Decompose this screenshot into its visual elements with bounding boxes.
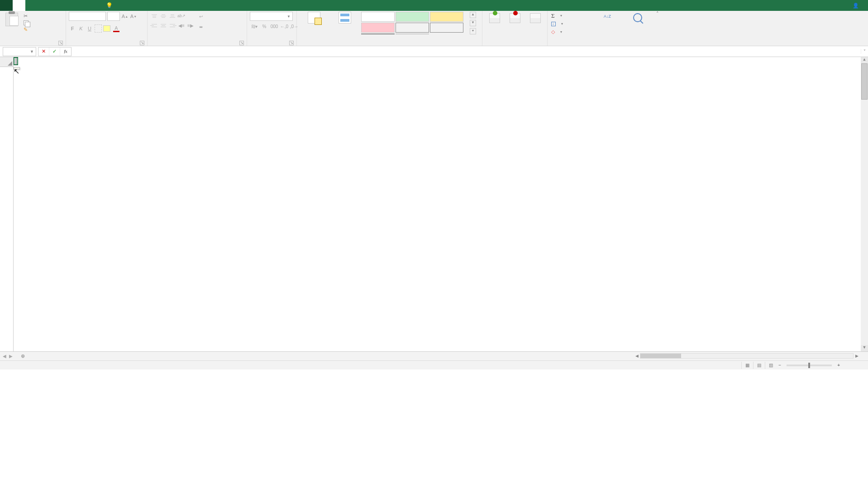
style-berechnung[interactable] — [430, 23, 463, 33]
wrap-text-button[interactable]: ↩ — [198, 12, 205, 21]
font-color-button[interactable]: A — [112, 25, 121, 32]
ribbon-tab-ueberpruefen[interactable] — [76, 0, 89, 11]
style-schlecht[interactable] — [361, 23, 395, 33]
ribbon-tab-ansicht[interactable] — [89, 0, 101, 11]
group-label-alignment: ↘ — [150, 38, 244, 46]
dialog-launcher-icon[interactable]: ↘ — [140, 41, 144, 45]
style-eingabe[interactable] — [361, 34, 395, 34]
hscroll-thumb[interactable] — [640, 354, 681, 358]
ribbon-tab-formeln[interactable] — [51, 0, 63, 11]
increase-indent-button[interactable]: ≡▶ — [186, 21, 195, 29]
scroll-thumb[interactable] — [861, 63, 868, 100]
cut-button[interactable]: ✂ — [23, 13, 31, 19]
sort-icon — [604, 13, 614, 23]
zoom-in-button[interactable]: + — [835, 363, 842, 368]
share-button[interactable]: 👤 — [846, 0, 868, 11]
vertical-scrollbar[interactable]: ▲ ▼ — [861, 57, 868, 351]
find-select-button[interactable] — [625, 12, 651, 24]
style-neutral[interactable] — [430, 12, 463, 22]
align-bottom-button[interactable] — [168, 12, 176, 20]
bold-button[interactable]: F — [69, 24, 76, 33]
format-painter-button[interactable]: ✎ — [23, 26, 31, 33]
zoom-out-button[interactable]: − — [777, 363, 783, 368]
merge-center-button[interactable]: ⬌ — [198, 22, 205, 31]
fill-button[interactable]: ▾ — [550, 20, 594, 28]
tab-datei[interactable] — [0, 0, 13, 11]
orientation-button[interactable]: ab↗ — [177, 12, 186, 20]
normal-view-button[interactable]: ▦ — [741, 362, 753, 369]
enter-formula-button[interactable]: ✓ — [49, 48, 60, 56]
ribbon-tab-daten[interactable] — [63, 0, 76, 11]
expand-formula-bar-button[interactable]: ˅ — [861, 49, 868, 54]
ribbon-tab-seitenlayout[interactable] — [38, 0, 51, 11]
style-ausgabe[interactable] — [396, 23, 429, 33]
clear-button[interactable]: ◇▾ — [550, 28, 594, 36]
fill-color-button[interactable] — [103, 24, 110, 33]
insert-function-button[interactable]: fx — [60, 48, 71, 56]
underline-button[interactable]: U — [86, 24, 93, 33]
name-box[interactable]: ▼ — [3, 47, 36, 56]
formula-input[interactable] — [72, 47, 861, 56]
group-label-cells — [485, 38, 544, 46]
scroll-left-button[interactable]: ◀ — [634, 354, 640, 358]
italic-button[interactable]: K — [77, 24, 85, 33]
autosum-button[interactable]: Σ▾ — [550, 12, 594, 19]
new-sheet-button[interactable]: ⊕ — [18, 353, 27, 360]
comma-format-button[interactable]: 000 — [270, 22, 279, 30]
clipboard-icon — [5, 13, 18, 26]
page-break-view-button[interactable]: ▧ — [765, 362, 777, 369]
zoom-slider[interactable] — [787, 364, 832, 366]
percent-format-button[interactable]: % — [260, 22, 269, 30]
scroll-right-button[interactable]: ▶ — [854, 354, 860, 358]
number-format-dropdown[interactable]: ▼ — [250, 12, 293, 21]
dialog-launcher-icon[interactable]: ↘ — [58, 41, 63, 45]
dialog-launcher-icon[interactable]: ↘ — [239, 41, 244, 45]
tab-nav-prev[interactable]: ◀ — [3, 354, 6, 359]
style-gut[interactable] — [396, 12, 429, 22]
decrease-font-button[interactable]: A▼ — [130, 12, 137, 21]
dialog-launcher-icon[interactable]: ↘ — [289, 41, 294, 45]
worksheet-grid[interactable]: ▲ ▼ — [0, 57, 868, 351]
chevron-down-icon: ▼ — [30, 49, 34, 54]
format-as-table-button[interactable] — [330, 12, 359, 24]
styles-scroll-up[interactable]: ▲ — [470, 12, 476, 18]
styles-more-button[interactable]: ▾ — [470, 28, 476, 34]
conditional-formatting-button[interactable] — [300, 12, 329, 24]
tell-me-search[interactable]: 💡 — [101, 0, 120, 11]
page-layout-view-button[interactable]: ▤ — [753, 362, 765, 369]
decrease-indent-button[interactable]: ◀≡ — [177, 21, 186, 29]
increase-font-button[interactable]: A▲ — [121, 12, 129, 21]
copy-button[interactable] — [23, 20, 31, 26]
increase-decimal-button[interactable]: ←,0 — [280, 22, 289, 30]
align-middle-button[interactable] — [159, 12, 167, 20]
style-erklaerender[interactable] — [396, 34, 429, 34]
paste-button[interactable] — [3, 12, 21, 26]
cell-styles-gallery[interactable] — [361, 12, 470, 34]
title-bar: 💡 👤 — [0, 0, 868, 11]
align-center-button[interactable] — [159, 21, 167, 29]
align-top-button[interactable] — [150, 12, 158, 20]
delete-cells-button[interactable] — [506, 12, 524, 24]
styles-scroll-down[interactable]: ▼ — [470, 20, 476, 26]
borders-button[interactable] — [95, 24, 102, 33]
collapse-ribbon-button[interactable]: ˄ — [653, 11, 662, 46]
scroll-up-button[interactable]: ▲ — [861, 57, 868, 63]
function-tooltip[interactable] — [14, 67, 20, 70]
accounting-format-button[interactable]: ₪▾ — [250, 22, 259, 30]
font-name-dropdown[interactable] — [69, 12, 106, 21]
insert-cells-button[interactable] — [485, 12, 504, 24]
horizontal-scrollbar[interactable]: ◀ ▶ — [634, 353, 860, 359]
align-right-button[interactable] — [168, 21, 176, 29]
font-size-dropdown[interactable] — [107, 12, 120, 21]
lightbulb-icon: 💡 — [106, 2, 113, 9]
tab-nav-next[interactable]: ▶ — [9, 354, 13, 359]
style-standard[interactable] — [361, 12, 395, 22]
select-all-button[interactable] — [0, 57, 13, 67]
format-cells-button[interactable] — [526, 12, 544, 24]
scroll-down-button[interactable]: ▼ — [861, 345, 868, 351]
cancel-formula-button[interactable]: ✕ — [38, 48, 49, 56]
sort-filter-button[interactable] — [596, 12, 622, 24]
ribbon-tab-start[interactable] — [13, 0, 25, 11]
ribbon-tab-einfuegen[interactable] — [25, 0, 38, 11]
align-left-button[interactable] — [150, 21, 158, 29]
